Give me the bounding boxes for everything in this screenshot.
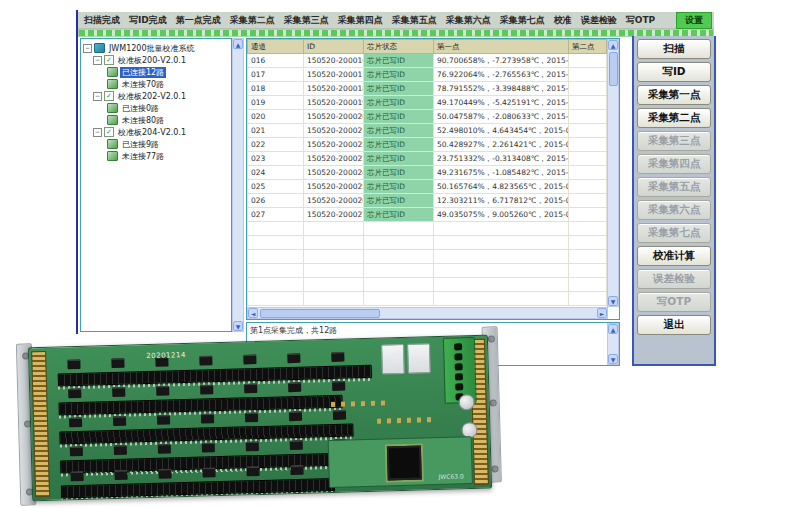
cell-empty [304,264,364,278]
channel-group-icon [107,103,118,113]
menu-item[interactable]: 采集第二点 [226,13,279,28]
action-button[interactable]: 退出 [637,315,711,335]
tree-leaf-row[interactable]: 未连接80路 [81,114,231,126]
tree-scrollbar[interactable]: ▲ ▼ [232,38,244,332]
soic-chip [113,416,126,426]
soic-chip [331,352,344,362]
table-row[interactable]: 023150520-200023芯片已写ID23.751332%，-0.3134… [248,152,607,166]
action-button[interactable]: 校准计算 [637,246,711,266]
column-header[interactable]: 第一点 [434,40,569,54]
column-header[interactable]: 第二点 [569,40,607,54]
action-button[interactable]: 写OTP [637,292,711,312]
menu-item[interactable]: 采集第三点 [280,13,333,28]
table-row[interactable]: 016150520-200016芯片已写ID90.700658%，-7.2739… [248,54,607,68]
table-row[interactable]: 025150520-200025芯片已写ID50.165764%，4.82356… [248,180,607,194]
menu-item[interactable]: 写ID完成 [125,13,171,28]
scroll-up-icon[interactable]: ▲ [233,39,243,49]
action-button[interactable]: 误差检验 [637,269,711,289]
channel-group-label: 已连接9路 [120,139,161,150]
soic-chip [157,414,170,424]
soic-chip [158,443,171,453]
scroll-left-icon[interactable]: ◄ [248,308,258,318]
table-row[interactable]: 017150520-200017芯片已写ID76.922064%，-2.7655… [248,68,607,82]
action-button[interactable]: 写ID [637,62,711,82]
menu-item[interactable]: 采集第四点 [334,13,387,28]
action-button[interactable]: 采集第六点 [637,200,711,220]
table-row[interactable]: 018150520-200018芯片已写ID78.791552%，-3.3984… [248,82,607,96]
tree-root-row[interactable]: −JWM1200批量校准系统 [81,42,231,54]
action-button[interactable]: 采集第七点 [637,223,711,243]
tree-expander-icon[interactable]: − [93,128,102,137]
table-row[interactable]: 019150520-200019芯片已写ID49.170449%，-5.4251… [248,96,607,110]
tree-leaf-row[interactable]: 已连接0路 [81,102,231,114]
tree-leaf-row[interactable]: 未连接70路 [81,78,231,90]
menu-item[interactable]: 采集第七点 [496,13,549,28]
cell-empty [304,236,364,250]
board-label: 校准板202-V2.0.1 [116,91,188,102]
channel-group-label: 未连接70路 [120,79,166,90]
tree-expander-icon[interactable]: − [93,92,102,101]
table-row[interactable]: 026150520-200026芯片已写ID12.303211%，6.71781… [248,194,607,208]
table-row[interactable]: 021150520-200021芯片已写ID52.498010%，4.64345… [248,124,607,138]
soic-chip [290,465,303,475]
action-button[interactable]: 采集第四点 [637,154,711,174]
scrollbar-thumb[interactable] [260,309,380,318]
menu-item[interactable]: 校准 [550,13,576,28]
tree-leaf-row[interactable]: 已连接12路 [81,66,231,78]
table-row[interactable]: 022150520-200022芯片已写ID50.428927%，2.26142… [248,138,607,152]
soic-chip [287,353,300,363]
menu-item[interactable]: 写OTP [622,13,659,28]
tree-leaf-row[interactable]: 未连接77路 [81,150,231,162]
table-row[interactable]: 020150520-200020芯片已写ID50.047587%，-2.0806… [248,110,607,124]
column-header[interactable]: 芯片状态 [364,40,434,54]
table-row[interactable]: 024150520-200024芯片已写ID49.231675%，-1.0854… [248,166,607,180]
table-vscrollbar[interactable]: ▲ ▼ [607,39,619,307]
cell-point1: 50.165764%，4.823565℃，2015-05-20-10-23-50 [434,180,569,194]
soic-chip [70,471,83,481]
action-button[interactable]: 采集第三点 [637,131,711,151]
menu-item[interactable]: 误差检验 [577,13,621,28]
cell-empty [364,278,434,292]
action-button[interactable]: 扫描 [637,39,711,59]
checkbox-icon[interactable]: ✓ [104,55,114,65]
table-row[interactable]: 027150520-200027芯片已写ID49.035075%，9.00526… [248,208,607,222]
menu-item[interactable]: 扫描完成 [80,13,124,28]
tree-expander-icon[interactable]: − [83,44,92,53]
log-scrollbar[interactable]: ▲ ▼ [607,323,619,365]
cell-empty [434,292,569,306]
table-hscrollbar[interactable]: ◄ ► [247,307,608,319]
checkbox-icon[interactable]: ✓ [104,127,114,137]
tree-board-row[interactable]: −✓校准板204-V2.0.1 [81,126,231,138]
action-button[interactable]: 采集第一点 [637,85,711,105]
cell-id: 150520-200016 [304,54,364,68]
soic-chip [114,470,127,480]
cell-id: 150520-200024 [304,166,364,180]
scroll-down-icon[interactable]: ▼ [608,354,618,364]
cell-point1: 49.035075%，9.005260℃，2015-05-20-10-23-50 [434,208,569,222]
menu-item[interactable]: 第一点完成 [172,13,225,28]
column-header[interactable]: ID [304,40,364,54]
tree-leaf-row[interactable]: 已连接9路 [81,138,231,150]
scrollbar-thumb[interactable] [609,52,618,86]
action-button[interactable]: 采集第二点 [637,108,711,128]
scroll-down-icon[interactable]: ▼ [233,321,243,331]
menu-item[interactable]: 采集第五点 [388,13,441,28]
cell-chip-status: 芯片已写ID [364,180,434,194]
action-button[interactable]: 采集第五点 [637,177,711,197]
scroll-up-icon[interactable]: ▲ [608,324,618,334]
menu-item[interactable]: 设置 [676,12,712,29]
tree-board-row[interactable]: −✓校准板202-V2.0.1 [81,90,231,102]
tree-expander-icon[interactable]: − [93,56,102,65]
scroll-right-icon[interactable]: ► [597,308,607,318]
calibration-table: 通道ID芯片状态第一点第二点 016150520-200016芯片已写ID90.… [247,39,607,306]
menu-item[interactable]: 采集第六点 [442,13,495,28]
cell-id: 150520-200018 [304,82,364,96]
soic-chip [245,412,258,422]
scroll-up-icon[interactable]: ▲ [608,40,618,50]
checkbox-icon[interactable]: ✓ [104,91,114,101]
scroll-down-icon[interactable]: ▼ [608,296,618,306]
cell-channel: 020 [248,110,304,124]
menu-bar: 扫描完成写ID完成第一点完成采集第二点采集第三点采集第四点采集第五点采集第六点采… [78,12,714,29]
column-header[interactable]: 通道 [248,40,304,54]
tree-board-row[interactable]: −✓校准板200-V2.0.1 [81,54,231,66]
